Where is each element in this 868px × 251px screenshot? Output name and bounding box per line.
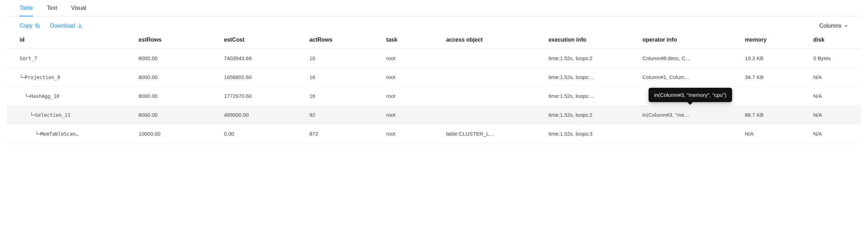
column-header-execution_info[interactable]: execution info xyxy=(545,34,639,49)
cell-id: └─Projection_9 xyxy=(7,68,135,87)
tree-prefix: └─ xyxy=(20,93,30,99)
column-header-disk[interactable]: disk xyxy=(810,34,861,49)
cell-access_object xyxy=(442,87,545,106)
cell-task: root xyxy=(383,124,442,143)
table-row[interactable]: Sort_78000.007403943.6916roottime:1.52s,… xyxy=(7,49,861,68)
download-button[interactable]: Download xyxy=(50,23,82,29)
cell-disk: N/A xyxy=(810,87,861,106)
cell-task: root xyxy=(383,106,442,124)
copy-label: Copy xyxy=(20,23,32,29)
cell-id: └─HashAgg_10 xyxy=(7,87,135,106)
cell-task: root xyxy=(383,87,442,106)
svg-rect-0 xyxy=(37,25,39,28)
download-label: Download xyxy=(50,23,75,29)
cell-execution_info: time:1.52s, loops:… xyxy=(545,68,639,87)
table-header-row: idestRowsestCostactRowstaskaccess object… xyxy=(7,34,861,49)
cell-memory: 88.7 KB xyxy=(742,106,810,124)
column-header-estRows[interactable]: estRows xyxy=(135,34,220,49)
copy-button[interactable]: Copy xyxy=(20,23,40,29)
plan-table: idestRowsestCostactRowstaskaccess object… xyxy=(7,34,861,143)
column-header-estCost[interactable]: estCost xyxy=(220,34,306,49)
cell-memory: N/A xyxy=(742,124,810,143)
tree-prefix: └─ xyxy=(20,112,35,118)
cell-actRows: 16 xyxy=(306,87,383,106)
download-icon xyxy=(77,23,83,29)
cell-disk: N/A xyxy=(810,106,861,124)
operator-id: Projection_9 xyxy=(25,74,60,80)
cell-operator_info xyxy=(639,87,742,106)
table-row[interactable]: └─HashAgg_108000.001772970.6016roottime:… xyxy=(7,87,861,106)
operator-id: Sort_7 xyxy=(20,56,37,61)
cell-actRows: 872 xyxy=(306,124,383,143)
columns-label: Columns xyxy=(819,23,841,29)
cell-disk: N/A xyxy=(810,68,861,87)
cell-task: root xyxy=(383,68,442,87)
cell-access_object xyxy=(442,68,545,87)
cell-estCost: 499000.00 xyxy=(220,106,306,124)
column-header-actRows[interactable]: actRows xyxy=(306,34,383,49)
column-header-task[interactable]: task xyxy=(383,34,442,49)
cell-access_object xyxy=(442,49,545,68)
column-header-operator_info[interactable]: operator info xyxy=(639,34,742,49)
cell-execution_info: time:1.52s, loops:2 xyxy=(545,49,639,68)
cell-memory: 34.7 KB xyxy=(742,68,810,87)
tab-table[interactable]: Table xyxy=(20,0,33,16)
table-wrap: idestRowsestCostactRowstaskaccess object… xyxy=(7,34,861,143)
tab-visual[interactable]: Visual xyxy=(71,0,86,16)
cell-execution_info: time:1.52s, loops:3 xyxy=(545,124,639,143)
cell-memory xyxy=(742,87,810,106)
cell-estRows: 8000.00 xyxy=(135,49,220,68)
cell-memory: 19.3 KB xyxy=(742,49,810,68)
cell-operator_info: Column#1, Colum… xyxy=(639,68,742,87)
table-row[interactable]: └─Selection_118000.00499000.0092roottime… xyxy=(7,106,861,124)
operator-id: Selection_11 xyxy=(35,112,71,118)
cell-access_object xyxy=(442,106,545,124)
cell-id: └─MemTableScan… xyxy=(7,124,135,143)
cell-id: Sort_7 xyxy=(7,49,135,68)
cell-execution_info: time:1.52s, loops:2 xyxy=(545,106,639,124)
columns-button[interactable]: Columns xyxy=(819,23,848,29)
operator-id: HashAgg_10 xyxy=(30,93,59,99)
cell-actRows: 92 xyxy=(306,106,383,124)
cell-estRows: 8000.00 xyxy=(135,106,220,124)
table-body: Sort_78000.007403943.6916roottime:1.52s,… xyxy=(7,49,861,143)
cell-task: root xyxy=(383,49,442,68)
cell-disk: 0 Bytes xyxy=(810,49,861,68)
column-header-access_object[interactable]: access object xyxy=(442,34,545,49)
cell-id: └─Selection_11 xyxy=(7,106,135,124)
table-row[interactable]: └─MemTableScan…10000.000.00872roottable:… xyxy=(7,124,861,143)
column-header-memory[interactable]: memory xyxy=(742,34,810,49)
cell-disk: N/A xyxy=(810,124,861,143)
operator-id: MemTableScan… xyxy=(40,131,79,137)
cell-estCost: 0.00 xyxy=(220,124,306,143)
cell-estCost: 1856802.60 xyxy=(220,68,306,87)
cell-estCost: 1772970.60 xyxy=(220,87,306,106)
toolbar: Copy Download Columns xyxy=(7,23,861,34)
chevron-down-icon xyxy=(844,23,848,28)
tree-prefix: └─ xyxy=(20,131,40,137)
cell-estCost: 7403943.69 xyxy=(220,49,306,68)
cell-operator_info: in(Column#3, "me… xyxy=(639,106,742,124)
tree-prefix: └─ xyxy=(20,74,25,80)
tabs: TableTextVisual xyxy=(7,0,861,16)
cell-operator_info: Column#8:desc, C… xyxy=(639,49,742,68)
table-row[interactable]: └─Projection_98000.001856802.6016roottim… xyxy=(7,68,861,87)
cell-actRows: 16 xyxy=(306,68,383,87)
cell-execution_info: time:1.52s, loops:… xyxy=(545,87,639,106)
cell-actRows: 16 xyxy=(306,49,383,68)
tab-text[interactable]: Text xyxy=(47,0,57,16)
cell-operator_info xyxy=(639,124,742,143)
cell-estRows: 8000.00 xyxy=(135,87,220,106)
column-header-id[interactable]: id xyxy=(7,34,135,49)
cell-access_object: table:CLUSTER_L… xyxy=(442,124,545,143)
cell-estRows: 10000.00 xyxy=(135,124,220,143)
cell-estRows: 8000.00 xyxy=(135,68,220,87)
copy-icon xyxy=(35,23,40,29)
